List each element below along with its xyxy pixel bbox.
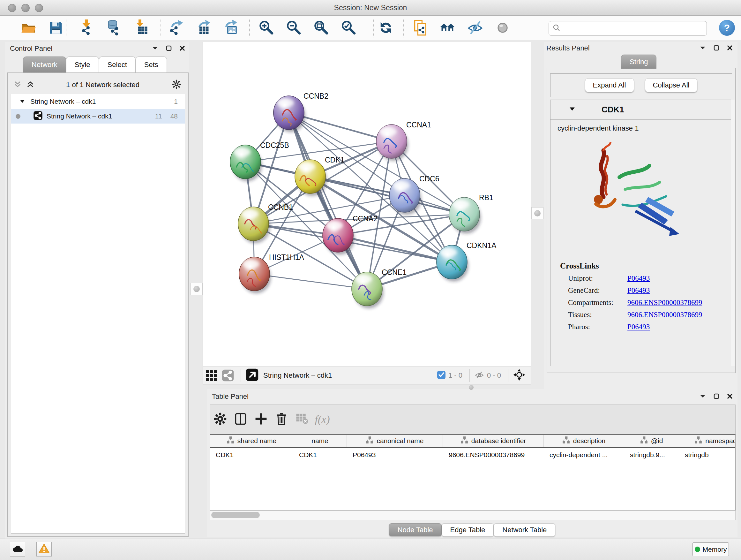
table-cell[interactable]: 9606.ENSP00000378699 bbox=[443, 448, 544, 462]
import-database-button[interactable] bbox=[105, 19, 122, 37]
column-header-shared-name[interactable]: shared name bbox=[210, 435, 293, 447]
network-node-CDK1[interactable]: CDK1 bbox=[295, 156, 344, 196]
expand-all-button[interactable]: Expand All bbox=[585, 78, 634, 92]
column-header-canonical-name[interactable]: canonical name bbox=[347, 435, 443, 447]
network-node-CCNB2[interactable]: CCNB2 bbox=[273, 92, 328, 132]
string-view-icon[interactable] bbox=[219, 367, 236, 384]
column-header-description[interactable]: description bbox=[544, 435, 624, 447]
crosslink-link[interactable]: 9606.ENSP00000378699 bbox=[627, 311, 702, 319]
expand-all-networks-icon[interactable] bbox=[26, 80, 35, 90]
panel-float-icon[interactable] bbox=[713, 393, 720, 401]
cloud-button[interactable] bbox=[10, 542, 25, 557]
horizontal-splitter-handle[interactable] bbox=[469, 385, 474, 390]
scrollbar-thumb[interactable] bbox=[211, 512, 260, 518]
hidden-eye-icon[interactable] bbox=[474, 370, 484, 381]
clone-network-button[interactable] bbox=[411, 19, 429, 37]
network-node-RB1[interactable]: RB1 bbox=[449, 193, 493, 234]
panel-menu-icon[interactable] bbox=[699, 45, 706, 52]
open-in-browser-icon[interactable] bbox=[246, 368, 259, 383]
tree-expander-icon[interactable] bbox=[19, 98, 25, 105]
tab-network-table[interactable]: Network Table bbox=[494, 523, 555, 537]
network-node-CDC25B[interactable]: CDC25B bbox=[230, 141, 289, 181]
network-edge[interactable] bbox=[254, 274, 367, 289]
export-table-button[interactable] bbox=[194, 19, 212, 37]
table-cell[interactable]: stringdb bbox=[679, 448, 736, 462]
help-button[interactable]: ? bbox=[719, 20, 735, 36]
panel-menu-icon[interactable] bbox=[699, 394, 706, 400]
grid-view-icon[interactable] bbox=[203, 367, 219, 384]
panel-close-icon[interactable] bbox=[179, 45, 185, 53]
delete-button[interactable] bbox=[271, 411, 292, 428]
warnings-button[interactable] bbox=[37, 542, 52, 557]
right-splitter-handle[interactable] bbox=[531, 207, 543, 219]
network-node-HIST1H1A[interactable]: HIST1H1A bbox=[239, 253, 305, 294]
refresh-layout-button[interactable] bbox=[377, 19, 395, 37]
table-cell[interactable]: cyclin-dependent ... bbox=[544, 448, 624, 462]
panel-close-icon[interactable] bbox=[727, 393, 733, 401]
open-session-button[interactable] bbox=[19, 19, 37, 37]
column-header-database-identifier[interactable]: database identifier bbox=[443, 435, 544, 447]
table-cell[interactable]: stringdb:9... bbox=[624, 448, 679, 462]
column-header-namespace[interactable]: namespace bbox=[679, 435, 736, 447]
export-image-button[interactable] bbox=[221, 19, 239, 37]
crosslink-link[interactable]: P06493 bbox=[627, 274, 650, 283]
network-node-CCNB1[interactable]: CCNB1 bbox=[238, 203, 293, 243]
network-node-CDC6[interactable]: CDC6 bbox=[389, 175, 440, 215]
column-header--id[interactable]: @id bbox=[624, 435, 679, 447]
import-network-button[interactable] bbox=[77, 19, 95, 37]
memory-button[interactable]: Memory bbox=[692, 543, 729, 556]
network-canvas[interactable]: CCNB2CCNA1CDC25BCDK1CDC6RB1CCNB1CCNA2CDK… bbox=[203, 42, 531, 367]
zoom-out-button[interactable] bbox=[285, 19, 302, 37]
search-box[interactable] bbox=[549, 21, 707, 36]
tab-select[interactable]: Select bbox=[99, 57, 136, 72]
table-row[interactable]: CDK1CDK1P064939606.ENSP00000378699cyclin… bbox=[210, 448, 735, 462]
table-cell[interactable]: CDK1 bbox=[210, 448, 293, 462]
left-splitter-handle[interactable] bbox=[191, 283, 203, 295]
table-cell[interactable]: P06493 bbox=[347, 448, 443, 462]
birdseye-icon[interactable] bbox=[513, 368, 526, 382]
network-node-CCNA1[interactable]: CCNA1 bbox=[376, 121, 431, 161]
add-row-button[interactable] bbox=[251, 411, 271, 428]
crosslink-link[interactable]: P06493 bbox=[627, 287, 650, 295]
network-edge[interactable] bbox=[338, 235, 452, 262]
create-column-button[interactable] bbox=[230, 411, 251, 428]
import-table-button[interactable] bbox=[132, 19, 150, 37]
tab-edge-table[interactable]: Edge Table bbox=[442, 523, 494, 537]
show-hide-button[interactable] bbox=[466, 19, 484, 37]
appearance-button[interactable] bbox=[494, 19, 512, 37]
zoom-selected-button[interactable] bbox=[340, 19, 357, 37]
crosslink-link[interactable]: 9606.ENSP00000378699 bbox=[627, 299, 702, 307]
network-edge[interactable] bbox=[289, 113, 367, 289]
tab-style[interactable]: Style bbox=[66, 57, 99, 72]
save-session-button[interactable] bbox=[47, 19, 65, 37]
selected-nodes-checkbox-icon[interactable] bbox=[437, 370, 446, 381]
panel-close-icon[interactable] bbox=[727, 45, 733, 52]
network-options-gear-icon[interactable] bbox=[171, 79, 182, 91]
zoom-fit-button[interactable] bbox=[312, 19, 330, 37]
network-collection-row[interactable]: String Network – cdk1 1 bbox=[11, 94, 185, 109]
column-header-name[interactable]: name bbox=[293, 435, 347, 447]
search-input[interactable] bbox=[561, 23, 703, 34]
export-network-button[interactable] bbox=[166, 19, 184, 37]
network-node-CCNA2[interactable]: CCNA2 bbox=[323, 214, 378, 255]
crosslink-link[interactable]: P06493 bbox=[627, 323, 650, 331]
tab-node-table[interactable]: Node Table bbox=[389, 523, 442, 537]
panel-float-icon[interactable] bbox=[165, 45, 172, 53]
table-hscrollbar[interactable] bbox=[210, 510, 736, 520]
tab-string[interactable]: String bbox=[621, 55, 657, 69]
protein-section-header[interactable]: CDK1 bbox=[550, 100, 732, 120]
table-settings-button[interactable] bbox=[210, 411, 230, 428]
tab-sets[interactable]: Sets bbox=[136, 57, 167, 72]
network-node-CDKN1A[interactable]: CDKN1A bbox=[436, 241, 496, 282]
collapse-all-button[interactable]: Collapse All bbox=[645, 78, 697, 92]
section-expander-icon[interactable] bbox=[569, 107, 576, 113]
results-scrollbar[interactable] bbox=[731, 100, 735, 366]
network-row-selected[interactable]: String Network – cdk1 11 48 bbox=[11, 109, 185, 124]
collapse-all-networks-icon[interactable] bbox=[13, 80, 22, 90]
panel-menu-icon[interactable] bbox=[151, 46, 158, 52]
table-cell[interactable]: CDK1 bbox=[293, 448, 347, 462]
network-node-CCNE1[interactable]: CCNE1 bbox=[352, 268, 407, 308]
zoom-in-button[interactable] bbox=[257, 19, 275, 37]
first-neighbors-button[interactable] bbox=[439, 19, 457, 37]
tab-network[interactable]: Network bbox=[23, 57, 66, 72]
